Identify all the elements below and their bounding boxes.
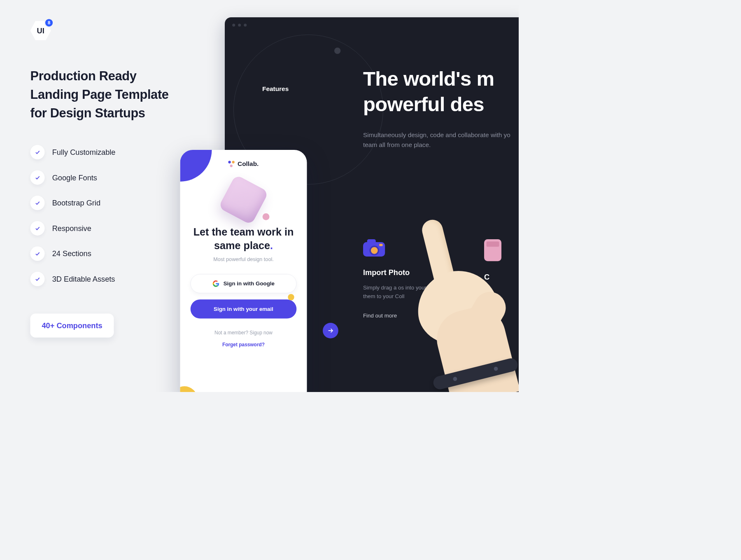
decorative-ball [263,213,270,220]
check-icon [30,272,45,286]
signup-prompt[interactable]: Not a member? Sigup now [180,330,307,336]
feature-item: Google Fonts [30,170,183,185]
button-label: Sign in with Google [224,280,275,287]
feature-card-secondary: C [484,239,519,288]
brand-name: Collab. [238,160,259,168]
sign-in-google-button[interactable]: Sign in with Google [191,274,297,293]
section-label: Features [262,85,289,93]
calculator-icon [484,239,501,261]
check-icon [30,170,45,185]
feature-item: 3D Editable Assets [30,272,183,286]
brand-logo-icon [228,161,235,167]
find-out-more-link[interactable]: Find out more [363,313,458,319]
arrow-right-icon [327,327,333,334]
mobile-preview: Collab. Let the team work in same place.… [180,150,307,392]
decorative-circle [180,386,198,392]
decorative-dot [288,294,294,300]
preview-headline: The world's mpowerful des [363,66,494,117]
camera-icon [363,239,385,257]
feature-label: Responsive [52,224,91,233]
feature-label: 24 Sections [52,249,91,258]
feature-label: Bootstrap Grid [52,198,100,208]
feature-item: Fully Customizable [30,145,183,159]
decorative-dot [334,48,340,54]
card-copy: Simply drag a os into your worksp dd the… [363,283,458,301]
components-button[interactable]: 40+ Components [30,314,114,338]
logo: UI 8 [30,20,51,41]
sign-in-email-button[interactable]: Sign in with your email [191,299,297,318]
google-icon [212,280,219,287]
feature-item: Responsive [30,221,183,236]
card-title: Import Photo [363,268,458,277]
feature-card-import-photo: Import Photo Simply drag a os into your … [363,239,458,319]
hero-illustration [180,181,307,219]
feature-label: Fully Customizable [52,148,116,157]
check-icon [30,247,45,261]
next-arrow-button[interactable] [323,323,338,338]
check-icon [30,221,45,236]
feature-label: Google Fonts [52,173,97,182]
phone-subtitle: Most powerful design tool. [180,257,307,263]
phone-headline: Let the team work in same place. [180,225,307,252]
feature-item: Bootstrap Grid [30,196,183,210]
window-controls-icon [232,23,247,26]
logo-badge: 8 [44,18,54,28]
check-icon [30,145,45,159]
feature-list: Fully Customizable Google Fonts Bootstra… [30,145,183,286]
decorative-corner [180,150,212,182]
cube-icon [218,175,269,225]
forgot-password-link[interactable]: Forget password? [180,342,307,348]
button-label: Sign in with your email [214,306,273,312]
preview-subtitle: Simultaneously design, code and collabor… [363,130,519,150]
check-icon [30,196,45,210]
page-headline: Production ReadyLanding Page Templatefor… [30,67,183,122]
feature-label: 3D Editable Assets [52,275,115,284]
card-title: C [484,273,519,282]
feature-item: 24 Sections [30,247,183,261]
